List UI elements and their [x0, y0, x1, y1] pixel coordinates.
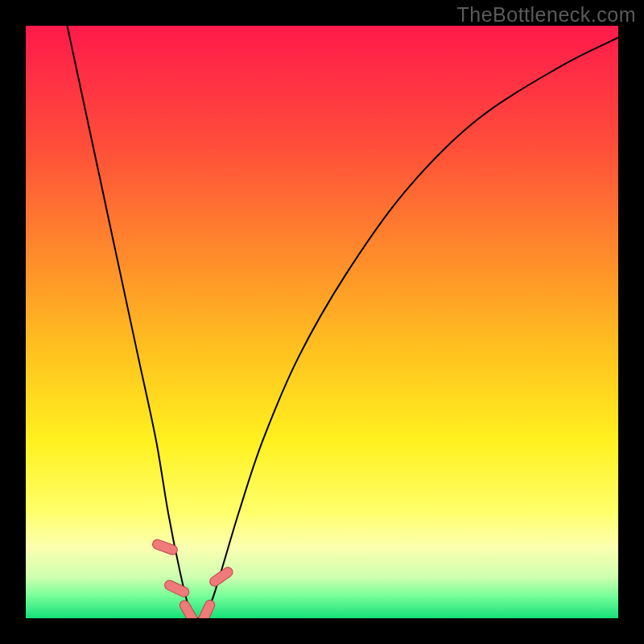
chart-svg: [26, 26, 618, 618]
plot-area: [26, 26, 618, 618]
watermark-text: TheBottleneck.com: [457, 3, 637, 27]
gradient-background: [26, 26, 618, 618]
chart-frame: TheBottleneck.com: [0, 0, 644, 644]
